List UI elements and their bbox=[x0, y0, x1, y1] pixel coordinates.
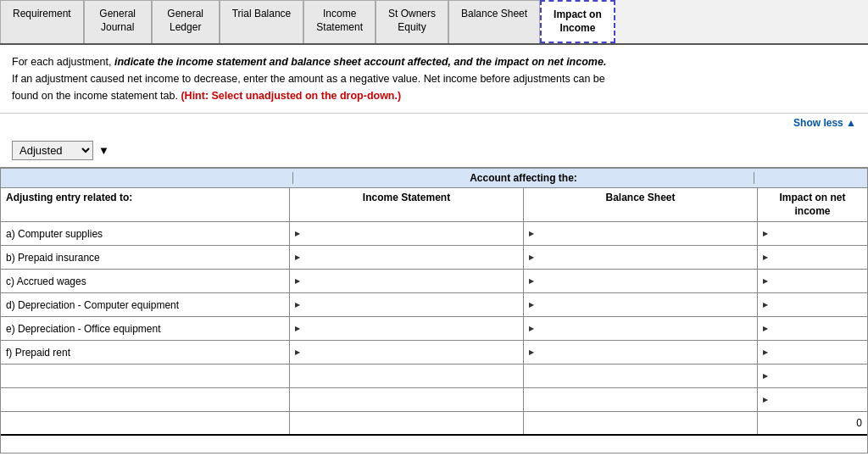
account-affecting-label: Account affecting the: bbox=[292, 172, 754, 184]
balance-sheet-extra1 bbox=[523, 364, 757, 387]
table-row-a: a) Computer supplies bbox=[1, 222, 867, 246]
col-impact-on-net-income: Impact on net income bbox=[757, 188, 867, 221]
table-row-extra1 bbox=[1, 364, 867, 388]
impact-input-f[interactable] bbox=[757, 341, 867, 364]
instructions-box: For each adjustment, indicate the income… bbox=[0, 45, 868, 114]
table-row-e: e) Depreciation - Office equipment bbox=[1, 317, 867, 341]
impact-field-b[interactable] bbox=[770, 252, 857, 264]
impact-input-e[interactable] bbox=[757, 317, 867, 340]
col-income-statement: Income Statement bbox=[289, 188, 523, 221]
table-row-extra2 bbox=[1, 388, 867, 412]
balance-sheet-extra2 bbox=[523, 388, 757, 411]
table-row-c: c) Accrued wages bbox=[1, 270, 867, 293]
income-stmt-field-a[interactable] bbox=[302, 228, 513, 240]
impact-field-extra1[interactable] bbox=[770, 370, 857, 382]
instructions-bold-italic: indicate the income statement and balanc… bbox=[114, 56, 606, 68]
total-value: 0 bbox=[757, 412, 867, 434]
impact-field-a[interactable] bbox=[770, 228, 857, 240]
impact-table: Account affecting the: Adjusting entry r… bbox=[0, 167, 868, 454]
income-stmt-field-f[interactable] bbox=[302, 347, 513, 359]
income-stmt-field-d[interactable] bbox=[302, 299, 513, 311]
impact-header-empty bbox=[754, 172, 864, 184]
column-headers: Adjusting entry related to: Income State… bbox=[1, 188, 867, 222]
tab-trial-balance[interactable]: Trial Balance bbox=[220, 0, 304, 43]
impact-field-e[interactable] bbox=[770, 323, 857, 335]
impact-line1: Impact on net bbox=[779, 192, 845, 203]
balance-sheet-field-c[interactable] bbox=[536, 275, 747, 287]
impact-input-c[interactable] bbox=[757, 270, 867, 292]
impact-field-extra2[interactable] bbox=[770, 394, 857, 406]
tab-general-ledger[interactable]: General Ledger bbox=[152, 0, 220, 43]
balance-sheet-field-b[interactable] bbox=[536, 252, 747, 264]
entry-label-c: c) Accrued wages bbox=[1, 270, 289, 292]
impact-input-extra1[interactable] bbox=[757, 364, 867, 387]
entry-label-f: f) Prepaid rent bbox=[1, 341, 289, 364]
entry-extra1 bbox=[1, 364, 289, 387]
total-row: 0 bbox=[1, 412, 867, 436]
balance-sheet-field-a[interactable] bbox=[536, 228, 747, 240]
show-less-label: Show less ▲ bbox=[793, 117, 856, 129]
col-balance-sheet: Balance Sheet bbox=[523, 188, 757, 221]
income-stmt-field-b[interactable] bbox=[302, 252, 513, 264]
entry-label-a: a) Computer supplies bbox=[1, 222, 289, 245]
instructions-line3-prefix: found on the income statement tab. bbox=[12, 90, 181, 102]
balance-sheet-input-c[interactable] bbox=[523, 270, 757, 292]
tab-requirement[interactable]: Requirement bbox=[0, 0, 84, 43]
show-less-button[interactable]: Show less ▲ bbox=[0, 114, 868, 134]
dropdown-row: Unadjusted Adjusted ▼ bbox=[0, 134, 868, 167]
balance-sheet-field-f[interactable] bbox=[536, 347, 747, 359]
income-stmt-input-f[interactable] bbox=[289, 341, 523, 364]
balance-sheet-input-f[interactable] bbox=[523, 341, 757, 364]
impact-input-b[interactable] bbox=[757, 246, 867, 269]
balance-sheet-field-e[interactable] bbox=[536, 323, 747, 335]
balance-sheet-input-b[interactable] bbox=[523, 246, 757, 269]
tab-bar: Requirement General Journal General Ledg… bbox=[0, 0, 868, 45]
instructions-prefix: For each adjustment, bbox=[12, 56, 114, 68]
balance-sheet-input-d[interactable] bbox=[523, 293, 757, 316]
tab-balance-sheet[interactable]: Balance Sheet bbox=[448, 0, 540, 43]
dropdown-arrow-icon: ▼ bbox=[98, 144, 109, 157]
income-stmt-field-e[interactable] bbox=[302, 323, 513, 335]
impact-field-d[interactable] bbox=[770, 299, 857, 311]
income-stmt-extra2 bbox=[289, 388, 523, 411]
tab-income-statement[interactable]: Income Statement bbox=[303, 0, 376, 43]
adjusted-dropdown[interactable]: Unadjusted Adjusted bbox=[12, 141, 93, 160]
instructions-hint: (Hint: Select unadjusted on the drop-dow… bbox=[181, 90, 401, 102]
income-stmt-input-d[interactable] bbox=[289, 293, 523, 316]
col-adjusting-entry: Adjusting entry related to: bbox=[1, 188, 289, 221]
income-stmt-input-a[interactable] bbox=[289, 222, 523, 245]
tab-impact-on-income[interactable]: Impact on Income bbox=[540, 0, 615, 43]
income-stmt-extra1 bbox=[289, 364, 523, 387]
total-label-col3 bbox=[523, 412, 757, 434]
entry-extra2 bbox=[1, 388, 289, 411]
instructions-line2: If an adjustment caused net income to de… bbox=[12, 73, 605, 85]
entry-label-e: e) Depreciation - Office equipment bbox=[1, 317, 289, 340]
balance-sheet-input-a[interactable] bbox=[523, 222, 757, 245]
income-stmt-input-b[interactable] bbox=[289, 246, 523, 269]
impact-line2: income bbox=[794, 205, 830, 217]
tab-general-journal[interactable]: General Journal bbox=[84, 0, 152, 43]
impact-field-f[interactable] bbox=[770, 347, 857, 359]
impact-input-a[interactable] bbox=[757, 222, 867, 245]
account-affecting-header: Account affecting the: bbox=[1, 168, 867, 188]
income-stmt-input-e[interactable] bbox=[289, 317, 523, 340]
impact-input-extra2[interactable] bbox=[757, 388, 867, 411]
entry-label-d: d) Depreciation - Computer equipment bbox=[1, 293, 289, 316]
income-stmt-field-c[interactable] bbox=[302, 275, 513, 287]
table-row-f: f) Prepaid rent bbox=[1, 341, 867, 364]
balance-sheet-input-e[interactable] bbox=[523, 317, 757, 340]
balance-sheet-field-d[interactable] bbox=[536, 299, 747, 311]
total-label-col1 bbox=[1, 412, 289, 434]
table-row-d: d) Depreciation - Computer equipment bbox=[1, 293, 867, 317]
total-label-col2 bbox=[289, 412, 523, 434]
table-row-b: b) Prepaid insurance bbox=[1, 246, 867, 270]
tab-st-owners-equity[interactable]: St Owners Equity bbox=[376, 0, 448, 43]
impact-field-c[interactable] bbox=[770, 275, 857, 287]
impact-input-d[interactable] bbox=[757, 293, 867, 316]
header-empty-cell bbox=[4, 172, 292, 184]
income-stmt-input-c[interactable] bbox=[289, 270, 523, 292]
entry-label-b: b) Prepaid insurance bbox=[1, 246, 289, 269]
